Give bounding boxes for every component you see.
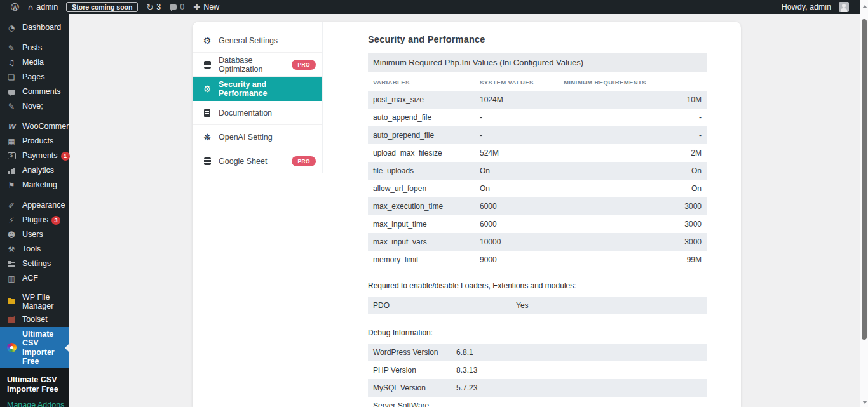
tab-database-optimization[interactable]: Database OptimizationPRO — [193, 53, 322, 77]
table-row: auto_prepend_file-- — [368, 126, 707, 144]
gear-icon: ⚙ — [203, 36, 212, 45]
document-icon — [204, 109, 210, 117]
comments-menu[interactable]: 0 — [165, 0, 189, 14]
cell-variable: auto_prepend_file — [368, 131, 475, 140]
cell-variable: file_uploads — [368, 166, 475, 175]
tab-label: Security and Performance — [219, 80, 316, 98]
sidebar-item-comments[interactable]: Comments — [0, 84, 69, 99]
table-row: memory_limit900099M — [368, 251, 707, 269]
tab-openai-setting[interactable]: ❋OpenAI Setting — [193, 125, 322, 149]
sidebar-item-label: Comments — [22, 87, 60, 96]
cell-variable: max_execution_time — [368, 202, 475, 211]
sidebar-item-settings[interactable]: Settings — [0, 257, 69, 271]
tab-google-sheet[interactable]: Google SheetPRO — [193, 149, 322, 173]
sidebar-item-wp-file-manager[interactable]: WP File Manager — [0, 291, 69, 312]
pushpin-icon: ✎ — [8, 103, 15, 110]
sidebar-item-pages[interactable]: ❏Pages — [0, 70, 69, 84]
cell-name: PDO — [368, 301, 511, 310]
openai-icon: ❋ — [203, 133, 211, 142]
sidebar-item-dashboard[interactable]: ◔Dashboard — [0, 20, 69, 35]
tab-security-and-performance[interactable]: ⚙Security and Performance — [193, 77, 322, 101]
account-menu[interactable]: Howdy, admin — [777, 0, 853, 14]
woocommerce-icon: W — [8, 123, 15, 130]
sidebar-item-products[interactable]: ▦Products — [0, 134, 69, 149]
csv-importer-logo-icon — [7, 343, 17, 352]
cell-variable: memory_limit — [368, 255, 475, 264]
sidebar-item-plugins[interactable]: ⚡Plugins3 — [0, 213, 69, 227]
scroll-down-arrow-icon[interactable] — [862, 401, 867, 406]
howdy-text: Howdy, admin — [782, 3, 831, 11]
cell-variable: post_max_size — [368, 95, 475, 104]
comment-count: 0 — [180, 3, 184, 11]
csv-importer-submenu: Ultimate CSV Importer Free Manage Addons — [0, 368, 69, 407]
updates-icon: ↻ — [146, 3, 153, 11]
cell-minimum-requirement: 99M — [559, 255, 707, 264]
cell-minimum-requirement: - — [559, 131, 707, 140]
table-row: PHP Version8.3.13 — [368, 361, 707, 379]
sidebar-item-label: Users — [22, 230, 43, 239]
tab-label: Google Sheet — [219, 157, 267, 166]
scrollbar-thumb[interactable] — [862, 19, 867, 340]
table-row: max_input_time60003000 — [368, 215, 707, 233]
submenu-item-manage-addons[interactable]: Manage Addons — [7, 399, 69, 407]
sidebar-item-nove[interactable]: ✎Nove; — [0, 99, 69, 114]
submenu-item-ultimate-csv-importer-free[interactable]: Ultimate CSV Importer Free — [7, 373, 69, 396]
new-content-menu[interactable]: ✚ New — [189, 0, 224, 14]
sidebar-item-woocommerce[interactable]: WWooCommerce — [0, 119, 69, 134]
tab-documentation[interactable]: Documentation — [193, 101, 322, 125]
sidebar-item-label: Posts — [22, 43, 42, 52]
column-header: VARIABLES — [368, 79, 475, 86]
cell-minimum-requirement: 2M — [559, 149, 707, 157]
table-row: allow_url_fopenOnOn — [368, 180, 707, 197]
cell-value: Yes — [511, 301, 707, 310]
cell-variable: auto_append_file — [368, 113, 475, 122]
cell-system-value: - — [475, 113, 559, 122]
sidebar-item-acf[interactable]: ▥ACF — [0, 271, 69, 286]
table-row: WordPress Version6.8.1 — [368, 344, 707, 361]
loaders-heading: Required to enable/disable Loaders, Exte… — [368, 281, 707, 290]
sidebar-item-posts[interactable]: ✎Posts — [0, 41, 69, 55]
scroll-up-arrow-icon[interactable] — [862, 3, 867, 8]
settings-tab-list: ⚙General SettingsDatabase OptimizationPR… — [193, 22, 323, 173]
sidebar-item-marketing[interactable]: ⚑Marketing — [0, 178, 69, 192]
cell-minimum-requirement: On — [559, 184, 707, 193]
cell-minimum-requirement: 3000 — [559, 220, 707, 229]
pro-badge: PRO — [292, 156, 316, 166]
cell-variable: upload_max_filesize — [368, 149, 475, 157]
cell-name: MySQL Version — [368, 384, 451, 392]
sidebar-item-label: Plugins — [22, 215, 48, 224]
sidebar-item-media[interactable]: ♫Media — [0, 55, 69, 70]
updates-menu[interactable]: ↻ 3 — [142, 0, 165, 14]
admin-bar: Ⓦ ⌂ admin Store coming soon ↻ 3 0 ✚ New … — [0, 0, 860, 14]
sidebar-item-users[interactable]: ☻Users — [0, 227, 69, 242]
site-name-menu[interactable]: ⌂ admin — [24, 0, 62, 14]
database-icon — [204, 61, 211, 69]
sidebar-item-payments[interactable]: $Payments1 — [0, 149, 69, 163]
sidebar-item-tools[interactable]: ⚒Tools — [0, 242, 69, 257]
sidebar-item-label: Marketing — [22, 180, 57, 189]
cell-variable: max_input_vars — [368, 237, 475, 246]
pro-badge: PRO — [292, 60, 316, 70]
sidebar-item-appearance[interactable]: ✐Appearance — [0, 198, 69, 213]
coming-soon-badge[interactable]: Store coming soon — [66, 2, 138, 12]
pushpin-icon: ✎ — [8, 44, 15, 52]
sidebar-item-toolset[interactable]: Toolset — [0, 312, 69, 327]
table-row: max_execution_time60003000 — [368, 197, 707, 215]
tab-general-settings[interactable]: ⚙General Settings — [193, 29, 322, 53]
cell-minimum-requirement: 10M — [559, 95, 707, 104]
avatar — [839, 2, 849, 12]
folder-icon — [8, 299, 15, 304]
table-row: post_max_size1024M10M — [368, 91, 707, 109]
sidebar-item-ultimate-csv-importer-free[interactable]: Ultimate CSV Importer Free — [0, 327, 69, 369]
users-icon: ☻ — [8, 231, 16, 239]
sidebar-item-label: Tools — [22, 244, 41, 253]
home-icon: ⌂ — [28, 3, 33, 11]
settings-panel: ⚙General SettingsDatabase OptimizationPR… — [193, 22, 741, 407]
sidebar-item-analytics[interactable]: Analytics — [0, 163, 69, 178]
wordpress-menu[interactable]: Ⓦ — [6, 0, 24, 14]
table-row: max_input_vars100003000 — [368, 233, 707, 251]
column-header: MINIMUM REQUIREMENTS — [559, 79, 707, 86]
cell-name: PHP Version — [368, 366, 451, 375]
settings-icon — [8, 261, 15, 267]
scrollbar[interactable] — [860, 0, 868, 407]
